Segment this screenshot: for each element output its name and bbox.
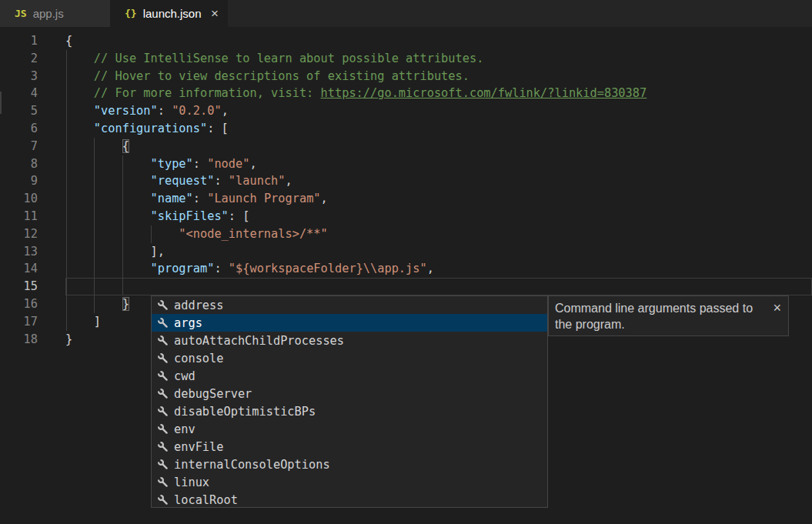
suggest-docs: Command line arguments passed to the pro…	[548, 295, 789, 336]
line-number[interactable]: 3	[0, 68, 38, 85]
code-line-text[interactable]: }	[65, 295, 129, 313]
wrench-icon	[157, 476, 169, 489]
line-number[interactable]: 9	[0, 172, 38, 190]
line-number[interactable]: 6	[0, 120, 38, 138]
code-line-text[interactable]: "configurations": [	[65, 120, 229, 138]
code-line-text[interactable]: // Use IntelliSense to learn about possi…	[65, 50, 483, 68]
code-token: ,	[222, 104, 229, 118]
code-line-text[interactable]: {	[65, 32, 72, 50]
wrench-icon	[157, 388, 169, 400]
line-number[interactable]: 11	[0, 208, 38, 225]
suggestion-label: autoAttachChildProcesses	[174, 334, 344, 348]
suggestion-item[interactable]: debugServer	[152, 385, 547, 402]
code-token: "configurations"	[65, 122, 207, 135]
code-token: "skipFiles"	[65, 209, 229, 223]
code-line-text[interactable]: "program": "${workspaceFolder}\\app.js",	[65, 260, 434, 278]
line-number[interactable]: 18	[0, 331, 38, 349]
suggestion-item[interactable]: cwd	[152, 367, 547, 385]
suggestion-label: address	[174, 299, 223, 312]
suggestion-item[interactable]: console	[152, 349, 547, 367]
close-tab-icon[interactable]: ×	[211, 7, 219, 20]
code-line[interactable]: 3 // Hover to view descriptions of exist…	[0, 68, 812, 85]
code-token: :	[158, 104, 172, 118]
suggestion-item[interactable]: localRoot	[152, 491, 547, 508]
code-line[interactable]: 8 "type": "node",	[0, 155, 812, 173]
code-token: :	[193, 157, 207, 171]
code-line-text[interactable]: "skipFiles": [	[65, 208, 249, 225]
line-number[interactable]: 16	[0, 295, 38, 313]
line-number[interactable]: 7	[0, 138, 38, 155]
editor[interactable]: 1{2 // Use IntelliSense to learn about p…	[0, 27, 812, 524]
code-line[interactable]: 2 // Use IntelliSense to learn about pos…	[0, 50, 812, 68]
line-number[interactable]: 17	[0, 313, 38, 331]
code-line[interactable]: 6 "configurations": [	[0, 120, 812, 138]
suggestion-item[interactable]: disableOptimisticBPs	[152, 402, 547, 420]
code-token: "request"	[65, 174, 214, 188]
line-number[interactable]: 1	[0, 32, 38, 50]
close-docs-icon[interactable]: ×	[773, 300, 781, 316]
suggestion-label: linux	[174, 476, 209, 489]
code-line-text[interactable]: // Hover to view descriptions of existin…	[65, 68, 469, 85]
line-number[interactable]: 13	[0, 243, 38, 261]
code-token: "type"	[65, 157, 193, 171]
code-line[interactable]: 15	[0, 278, 812, 295]
code-line[interactable]: 13 ],	[0, 243, 812, 261]
wrench-icon	[157, 335, 169, 347]
suggestion-item[interactable]: internalConsoleOptions	[152, 456, 547, 473]
tab-launch-json[interactable]: {} launch.json ×	[110, 0, 228, 27]
suggestion-label: env	[174, 422, 195, 436]
suggestion-label: envFile	[174, 440, 223, 454]
wrench-icon	[157, 317, 169, 329]
code-line[interactable]: 4 // For more information, visit: https:…	[0, 85, 812, 102]
code-token: :	[193, 192, 207, 205]
suggestion-label: internalConsoleOptions	[174, 458, 330, 472]
code-line-text[interactable]: // For more information, visit: https://…	[65, 85, 647, 102]
code-line-text[interactable]: "request": "launch",	[65, 172, 292, 190]
line-number[interactable]: 4	[0, 85, 38, 102]
code-line-text[interactable]: "version": "0.2.0",	[65, 102, 229, 120]
suggestion-item[interactable]: args	[152, 314, 547, 332]
line-number[interactable]: 8	[0, 155, 38, 173]
code-line[interactable]: 14 "program": "${workspaceFolder}\\app.j…	[0, 260, 812, 278]
code-token: ,	[321, 192, 328, 205]
suggestion-item[interactable]: linux	[152, 473, 547, 491]
line-number[interactable]: 5	[0, 102, 38, 120]
code-line[interactable]: 1{	[0, 32, 812, 50]
current-line-highlight	[65, 278, 812, 295]
line-number[interactable]: 2	[0, 50, 38, 68]
code-line[interactable]: 9 "request": "launch",	[0, 172, 812, 190]
suggestion-item[interactable]: address	[152, 296, 547, 314]
code-line[interactable]: 11 "skipFiles": [	[0, 208, 812, 225]
code-token: "0.2.0"	[172, 104, 221, 118]
code-line-text[interactable]: "type": "node",	[65, 155, 257, 173]
line-number[interactable]: 14	[0, 260, 38, 278]
code-line[interactable]: 7 {	[0, 138, 812, 155]
comment-link[interactable]: https://go.microsoft.com/fwlink/?linkid=…	[321, 86, 647, 100]
tab-app-js[interactable]: JS app.js	[0, 0, 110, 27]
suggestion-item[interactable]: env	[152, 420, 547, 438]
code-token: "${workspaceFolder}\\app.js"	[229, 262, 427, 275]
code-line-text[interactable]: {	[65, 138, 129, 155]
suggest-docs-text: Command line arguments passed to the pro…	[555, 302, 753, 331]
code-line[interactable]: 12 "<node_internals>/**"	[0, 225, 812, 243]
code-line[interactable]: 10 "name": "Launch Program",	[0, 190, 812, 208]
vscode-window: JS app.js {} launch.json × 1{2 // Use In…	[0, 0, 812, 524]
suggestion-label: debugServer	[174, 387, 252, 401]
wrench-icon	[157, 299, 169, 312]
code-line[interactable]: 5 "version": "0.2.0",	[0, 102, 812, 120]
code-token: "version"	[65, 104, 158, 118]
line-number[interactable]: 10	[0, 190, 38, 208]
code-line-text[interactable]: "<node_internals>/**"	[65, 225, 328, 243]
tab-label: app.js	[33, 7, 64, 20]
code-token: // For more information, visit:	[65, 86, 321, 100]
code-line-text[interactable]: }	[65, 331, 72, 349]
suggestion-item[interactable]: envFile	[152, 438, 547, 456]
suggestion-item[interactable]: autoAttachChildProcesses	[152, 332, 547, 349]
code-line-text[interactable]: ]	[65, 313, 101, 331]
line-number[interactable]: 15	[0, 278, 38, 295]
code-token: // Use IntelliSense to learn about possi…	[65, 52, 483, 65]
code-token: }	[122, 297, 129, 311]
code-line-text[interactable]: ],	[65, 243, 165, 261]
line-number[interactable]: 12	[0, 225, 38, 243]
code-line-text[interactable]: "name": "Launch Program",	[65, 190, 328, 208]
